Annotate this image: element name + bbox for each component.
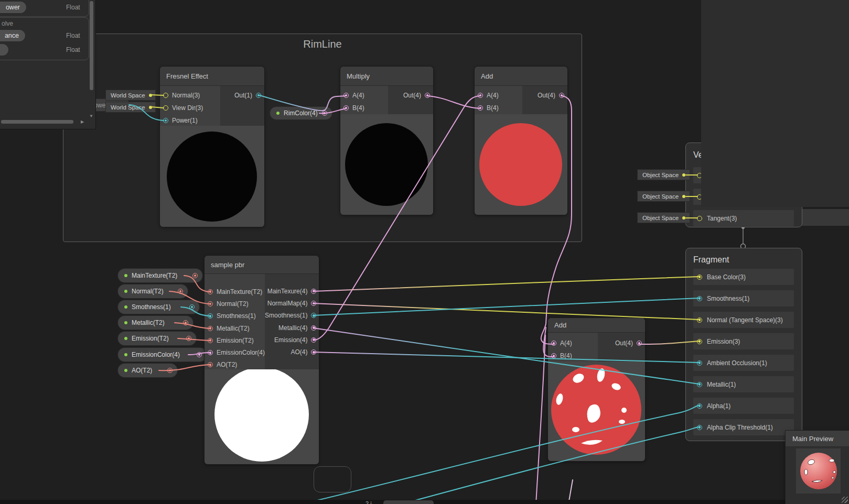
port-maintexure-out[interactable] — [311, 289, 316, 294]
port-b[interactable] — [343, 105, 349, 111]
port-emission[interactable] — [697, 339, 702, 344]
port-maintexture[interactable] — [192, 273, 198, 278]
port-out[interactable] — [256, 93, 261, 98]
port-a[interactable] — [478, 93, 483, 98]
port-label: Metallic(4) — [278, 324, 307, 332]
port-out[interactable] — [425, 93, 430, 98]
horizontal-scrollbar[interactable] — [1, 120, 73, 124]
resize-handle[interactable] — [842, 497, 848, 503]
port-normal[interactable] — [163, 93, 168, 98]
port-a[interactable] — [343, 93, 349, 98]
port-emissioncolor-in[interactable] — [208, 350, 213, 355]
main-preview-viewport[interactable] — [796, 448, 841, 494]
port-out[interactable] — [637, 341, 642, 346]
scroll-right-icon[interactable]: ▶ — [81, 119, 84, 124]
port-emission[interactable] — [186, 336, 191, 341]
port-base-color[interactable] — [697, 275, 702, 280]
node-preview[interactable] — [475, 114, 567, 215]
port-alpha-clip[interactable] — [697, 425, 702, 430]
node-title: Fresnel Effect — [166, 72, 208, 80]
main-preview-panel[interactable]: Main Preview — [786, 431, 849, 504]
dropdown-object-space-1[interactable]: Object Space — [637, 169, 690, 180]
port-b[interactable] — [478, 105, 483, 111]
node-add-bottom[interactable]: Add A(4) B(4) Out(4) — [548, 318, 645, 461]
port-normalmap-out[interactable] — [311, 301, 316, 306]
port-smothness[interactable] — [189, 304, 195, 310]
vertical-scrollbar[interactable] — [90, 1, 93, 90]
port-ao-out[interactable] — [311, 349, 316, 355]
port-emission-in[interactable] — [208, 338, 213, 343]
port-rimcolor[interactable] — [322, 111, 327, 116]
node-sample-pbr[interactable]: sample pbr MainTexture(T2) Normal(T2) Sm… — [205, 256, 319, 464]
port-label: Smoothness(1) — [707, 295, 749, 302]
property-pill-smothness[interactable]: Smothness(1) — [118, 300, 199, 314]
partial-node-outline[interactable] — [314, 466, 351, 492]
port-view-dir[interactable] — [163, 105, 168, 111]
dropdown-world-space-2[interactable]: World Space — [105, 102, 156, 113]
exposed-dot-icon — [124, 305, 127, 309]
node-add-top[interactable]: Add A(4) B(4) Out(4) — [475, 67, 567, 215]
port-emissioncolor[interactable] — [197, 352, 202, 357]
port-metallic[interactable] — [183, 320, 188, 325]
node-header[interactable]: Fresnel Effect — [160, 67, 264, 86]
node-header[interactable]: Add — [475, 67, 567, 86]
node-preview[interactable] — [340, 114, 433, 215]
node-multiply[interactable]: Multiply A(4) B(4) Out(4) — [340, 67, 433, 215]
blackboard-pill-power[interactable]: ower — [0, 2, 26, 13]
property-pill-ao[interactable]: AO(T2) — [118, 364, 177, 377]
port-ao[interactable] — [167, 368, 173, 373]
property-pill-maintexture[interactable]: MainTexture(T2) — [118, 269, 202, 282]
bottom-bar-tab[interactable] — [383, 500, 434, 504]
node-preview[interactable] — [548, 361, 645, 461]
node-fresnel-effect[interactable]: Fresnel Effect Normal(3) View Dir(3) Pow… — [160, 67, 264, 227]
node-preview[interactable] — [205, 369, 319, 464]
port-alpha[interactable] — [697, 403, 702, 409]
port-tangent[interactable] — [697, 216, 702, 221]
exposed-dot-icon — [124, 290, 127, 293]
property-pill-emission[interactable]: Emission(T2) — [118, 332, 196, 345]
port-ambient-occlusion[interactable] — [697, 360, 702, 366]
blackboard-panel[interactable]: ower Float olve ance Float Float ▼ ▶ — [0, 0, 96, 129]
node-fragment-context[interactable]: Fragment Base Color(3) Smoothness(1) Nor… — [685, 248, 802, 441]
port-label: A(4) — [352, 92, 364, 99]
port-normal-in[interactable] — [208, 301, 213, 306]
node-header[interactable]: Add — [548, 318, 645, 333]
port-b[interactable] — [551, 353, 556, 358]
port-power[interactable] — [163, 118, 168, 123]
property-pill-emissioncolor[interactable]: EmissionColor(4) — [118, 348, 207, 361]
port-metallic-in[interactable] — [208, 326, 213, 331]
node-header[interactable]: sample pbr — [205, 256, 319, 274]
port-maintexture-in[interactable] — [208, 289, 213, 294]
port-smoothness[interactable] — [697, 296, 702, 301]
overlay-panel — [701, 0, 849, 207]
port-a[interactable] — [551, 341, 556, 346]
property-pill-metallic[interactable]: Metallic(T2) — [118, 316, 193, 330]
property-label: Emission(T2) — [132, 335, 169, 342]
port-label: Alpha Clip Threshold(1) — [707, 424, 773, 431]
property-pill-normal[interactable]: Normal(T2) — [118, 284, 188, 298]
dropdown-world-space-1[interactable]: World Space — [105, 90, 156, 101]
yellow-dot-icon — [682, 173, 685, 177]
dropdown-label: Object Space — [642, 172, 679, 178]
scroll-down-icon[interactable]: ▼ — [89, 114, 93, 118]
main-preview-header[interactable]: Main Preview — [786, 431, 849, 447]
dropdown-object-space-3[interactable]: Object Space — [637, 212, 690, 223]
port-normal[interactable] — [178, 289, 183, 294]
dropdown-object-space-2[interactable]: Object Space — [637, 191, 690, 202]
wire-normalmap-to-normal — [313, 303, 699, 320]
blackboard-pill-ance[interactable]: ance — [0, 30, 25, 41]
property-pill-rimcolor[interactable]: RimColor(4) — [270, 107, 332, 119]
port-out[interactable] — [559, 93, 564, 98]
port-ao-in[interactable] — [208, 362, 213, 367]
port-smoothness-out[interactable] — [311, 313, 316, 318]
port-metallic-out[interactable] — [311, 325, 316, 331]
type-label: Float — [66, 46, 80, 53]
node-preview[interactable] — [160, 126, 264, 227]
port-smothness-in[interactable] — [208, 313, 213, 319]
port-normal-tangent[interactable] — [697, 317, 702, 323]
port-metallic[interactable] — [697, 382, 702, 387]
shader-graph-canvas[interactable]: RimLine RimPower(1) World Space World Sp… — [0, 0, 849, 504]
node-header[interactable]: Multiply — [340, 67, 433, 86]
port-emission-out[interactable] — [311, 337, 316, 343]
port-label: AO(T2) — [217, 361, 237, 368]
